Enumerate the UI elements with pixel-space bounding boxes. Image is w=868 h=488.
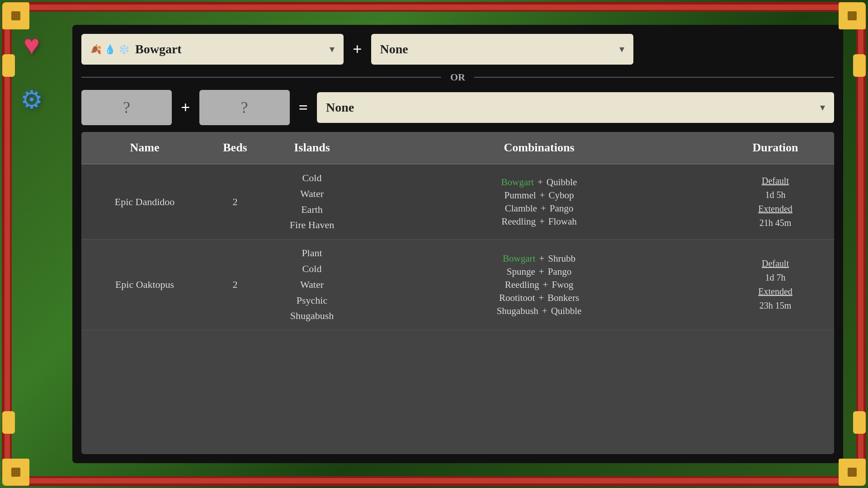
combo-monster-b: Quibble xyxy=(547,177,577,188)
gear-button[interactable]: ⚙ xyxy=(14,81,50,117)
top-row: 🍂 💧 ❄️ Bowgart ▾ + None ▾ xyxy=(81,34,834,65)
cold-icon: ❄️ xyxy=(118,44,130,55)
cell-beds: 2 xyxy=(208,164,262,239)
or-row: OR xyxy=(81,71,834,83)
extended-label: Extended xyxy=(758,204,793,214)
bolt-left-bottom xyxy=(2,411,15,434)
combo-monster-b: Pango xyxy=(548,266,572,277)
question-box-2[interactable]: ? xyxy=(199,90,290,125)
combo-monster-b: Cybop xyxy=(548,190,574,201)
corner-tr xyxy=(839,2,866,29)
combo-monster-a: Shugabush xyxy=(497,305,538,317)
question-box-1[interactable]: ? xyxy=(81,90,172,125)
combo-plus: + xyxy=(538,177,543,188)
combination-line: Clamble + Pango xyxy=(505,203,574,214)
combo-monster-a: Reedling xyxy=(505,279,539,291)
cell-combinations: Bowgart + ShrubbSpunge + PangoReedling +… xyxy=(362,239,717,330)
equals-symbol: = xyxy=(299,98,308,117)
monster2-arrow: ▾ xyxy=(619,43,624,55)
monster2-dropdown[interactable]: None ▾ xyxy=(371,34,633,65)
header-name: Name xyxy=(81,132,208,164)
corner-tl xyxy=(2,2,29,29)
cell-duration: Default1d 7hExtended23h 15m xyxy=(717,239,834,330)
header-islands: Islands xyxy=(262,132,362,164)
monster2-name: None xyxy=(380,42,408,56)
cell-name: Epic Oaktopus xyxy=(81,239,208,330)
duration-block: Default1d 7hExtended23h 15m xyxy=(758,258,793,311)
table-header: Name Beds Islands Combinations Duration xyxy=(81,132,834,164)
or-line-left xyxy=(81,77,441,78)
combo-plus: + xyxy=(539,253,544,264)
monster1-arrow: ▾ xyxy=(330,43,335,55)
or-line-right xyxy=(474,77,834,78)
combo-plus: + xyxy=(542,305,547,317)
combo-plus: + xyxy=(539,266,544,277)
table-row: Epic Dandidoo2ColdWaterEarthFire HavenBo… xyxy=(81,164,834,239)
combo-monster-b: Shrubb xyxy=(548,253,576,264)
or-text: OR xyxy=(450,71,465,83)
monster1-name: Bowgart xyxy=(135,42,182,56)
bolt-right-bottom xyxy=(853,411,866,434)
combo-monster-a: Bowgart xyxy=(503,253,535,264)
combo-monster-b: Bonkers xyxy=(547,292,579,304)
combination-line: Rootitoot + Bonkers xyxy=(499,292,579,304)
gear-icon: ⚙ xyxy=(20,85,43,114)
corner-br xyxy=(839,459,866,486)
combo-monster-a: Spunge xyxy=(507,266,535,277)
combination-line: Shugabush + Quibble xyxy=(497,305,582,317)
bolt-left-top xyxy=(2,54,15,77)
combo-monster-a: Rootitoot xyxy=(499,292,535,304)
combination-line: Spunge + Pango xyxy=(507,266,571,277)
combination-line: Pummel + Cybop xyxy=(505,190,574,201)
duration-block: Default1d 5hExtended21h 45m xyxy=(758,176,793,228)
combo-monster-b: Quibble xyxy=(551,305,582,317)
heart-button[interactable]: ♥ xyxy=(14,27,50,63)
default-label: Default xyxy=(762,176,789,186)
extended-label: Extended xyxy=(758,286,793,297)
combo-monster-a: Pummel xyxy=(505,190,536,201)
combination-line: Bowgart + Shrubb xyxy=(503,253,576,264)
extended-value: 21h 45m xyxy=(760,218,792,228)
cell-islands: PlantColdWaterPsychicShugabush xyxy=(262,239,362,330)
extended-value: 23h 15m xyxy=(760,300,792,311)
sidebar-icons: ♥ ⚙ xyxy=(14,27,50,117)
cell-beds: 2 xyxy=(208,239,262,330)
combo-plus: + xyxy=(538,292,544,304)
earth-icon: 🍂 xyxy=(90,44,102,55)
monster1-dropdown[interactable]: 🍂 💧 ❄️ Bowgart ▾ xyxy=(81,34,344,65)
combo-monster-b: Flowah xyxy=(548,216,577,227)
cell-islands: ColdWaterEarthFire Haven xyxy=(262,164,362,239)
results-table: Name Beds Islands Combinations Duration … xyxy=(81,132,834,454)
table-row: Epic Oaktopus2PlantColdWaterPsychicShuga… xyxy=(81,239,834,330)
header-beds: Beds xyxy=(208,132,262,164)
combination-line: Reedling + Flowah xyxy=(501,216,577,227)
bolt-right-top xyxy=(853,54,866,77)
header-duration: Duration xyxy=(717,132,834,164)
plus2-symbol: + xyxy=(181,98,190,117)
combination-line: Reedling + Fwog xyxy=(505,279,574,291)
combo-monster-a: Reedling xyxy=(501,216,536,227)
combo-monster-b: Fwog xyxy=(552,279,573,291)
combo-plus: + xyxy=(543,279,548,291)
element-icons: 🍂 💧 ❄️ xyxy=(90,44,130,55)
result-dropdown[interactable]: None ▾ xyxy=(317,92,834,123)
cell-combinations: Bowgart + QuibblePummel + CybopClamble +… xyxy=(362,164,717,239)
combo-monster-a: Clamble xyxy=(505,203,537,214)
combination-line: Bowgart + Quibble xyxy=(501,177,577,188)
plus1-symbol: + xyxy=(353,40,362,59)
heart-icon: ♥ xyxy=(24,30,40,61)
water-icon: 💧 xyxy=(104,44,116,55)
default-label: Default xyxy=(762,258,789,269)
header-combinations: Combinations xyxy=(362,132,717,164)
combo-monster-a: Bowgart xyxy=(501,177,534,188)
combo-plus: + xyxy=(541,203,546,214)
combo-monster-b: Pango xyxy=(550,203,574,214)
result-name: None xyxy=(326,100,354,115)
main-content: 🍂 💧 ❄️ Bowgart ▾ + None ▾ OR ? + ? = Non… xyxy=(72,25,843,463)
default-value: 1d 7h xyxy=(765,272,786,283)
result-arrow: ▾ xyxy=(820,102,825,113)
cell-duration: Default1d 5hExtended21h 45m xyxy=(717,164,834,239)
second-row: ? + ? = None ▾ xyxy=(81,90,834,125)
table-body[interactable]: Epic Dandidoo2ColdWaterEarthFire HavenBo… xyxy=(81,164,834,454)
combo-plus: + xyxy=(540,190,545,201)
